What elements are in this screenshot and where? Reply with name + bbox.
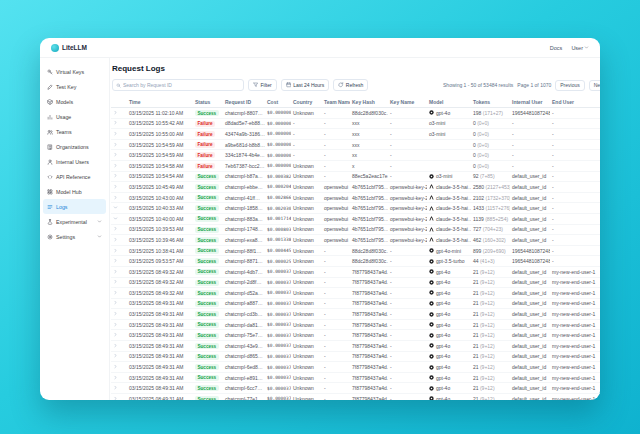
chevron-right-icon[interactable] xyxy=(113,237,118,242)
next-page-button[interactable]: Next xyxy=(589,80,600,91)
status-badge: Success xyxy=(195,205,219,211)
chevron-right-icon[interactable] xyxy=(113,152,118,157)
refresh-button[interactable]: Refresh xyxy=(333,79,368,91)
table-row[interactable]: 03/15/2025 10:39:46 AMSuccesschatcmpl-ex… xyxy=(111,235,600,246)
table-row[interactable]: 03/15/2025 08:49:31 AMSuccesschatcmpl-d8… xyxy=(111,352,600,363)
filter-button[interactable]: Filter xyxy=(248,79,277,91)
chevron-right-icon[interactable] xyxy=(113,396,118,400)
table-row[interactable]: 03/15/2025 09:53:57 AMSuccesschatcmpl-88… xyxy=(111,256,600,267)
table-row[interactable]: 03/15/2025 10:54:59 AMFailurea9be681d-b8… xyxy=(111,140,600,151)
table-row[interactable]: 03/15/2025 10:39:53 AMSuccesschatcmpl-17… xyxy=(111,225,600,236)
chevron-down-icon[interactable] xyxy=(113,205,118,210)
sidebar-item-internal-users[interactable]: Internal Users xyxy=(43,154,106,169)
sidebar-item-api-reference[interactable]: API Reference xyxy=(43,169,106,184)
user-menu-label: User xyxy=(571,45,583,51)
cell-cost: $0.000025 xyxy=(265,259,291,264)
cell-request-id: chatcmpl-77e1… xyxy=(223,396,265,400)
cell-expander xyxy=(111,364,127,370)
table-row[interactable]: 03/15/2025 08:49:31 AMSuccesschatcmpl-da… xyxy=(111,320,600,331)
table-row[interactable]: 03/15/2025 08:49:31 AMSuccesschatcmpl-cd… xyxy=(111,309,600,320)
chevron-right-icon[interactable] xyxy=(113,248,118,253)
table-row[interactable]: 03/15/2025 08:49:31 AMSuccesschatcmpl-6e… xyxy=(111,362,600,373)
previous-page-button[interactable]: Previous xyxy=(555,80,584,91)
sidebar-item-experimental[interactable]: Experimental xyxy=(43,214,106,229)
cell-key-name: - xyxy=(388,311,427,317)
chevron-right-icon[interactable] xyxy=(113,385,118,390)
cell-internal-user: default_user_id xyxy=(510,311,550,317)
chevron-right-icon[interactable] xyxy=(113,353,118,358)
chevron-right-icon[interactable] xyxy=(113,279,118,284)
cell-request-id: chatcmpl-6cc7… xyxy=(223,385,265,391)
cell-key-hash: 88dc28d8f030c… xyxy=(350,110,388,116)
cell-time: 03/15/2025 08:49:31 AM xyxy=(127,385,193,391)
table-row[interactable]: 03/15/2025 10:54:54 AMSuccesschatcmpl-b8… xyxy=(111,172,600,183)
cell-key-name: - xyxy=(388,322,427,328)
chevron-right-icon[interactable] xyxy=(113,311,118,316)
chevron-down-icon[interactable] xyxy=(113,216,118,221)
cell-expander xyxy=(111,248,127,254)
chevron-right-icon[interactable] xyxy=(113,290,118,295)
cell-team-name: - xyxy=(322,152,350,158)
table-row[interactable]: 03/15/2025 08:49:31 AMSuccesschatcmpl-6c… xyxy=(111,383,600,394)
cell-model: gpt-3.5-turbo xyxy=(427,258,471,264)
sidebar-item-label: API Reference xyxy=(56,174,90,180)
cell-internal-user: default_user_id xyxy=(510,205,550,211)
user-menu[interactable]: User xyxy=(571,45,589,51)
table-row[interactable]: 03/15/2025 08:49:32 AMSuccesschatcmpl-4d… xyxy=(111,267,600,278)
table-row[interactable]: 03/15/2025 10:40:33 AMSuccesschatcmpl-18… xyxy=(111,203,600,214)
sidebar-item-model-hub[interactable]: Model Hub xyxy=(43,184,106,199)
chevron-right-icon[interactable] xyxy=(113,364,118,369)
table-row[interactable]: 03/15/2025 08:49:31 AMSuccesschatcmpl-75… xyxy=(111,330,600,341)
cell-end-user: - xyxy=(550,184,600,190)
table-row[interactable]: 03/15/2025 08:49:32 AMSuccesschatcmpl-2d… xyxy=(111,278,600,289)
cell-internal-user: - xyxy=(510,131,550,137)
table-row[interactable]: 03/15/2025 10:38:41 AMSuccesschatcmpl-88… xyxy=(111,246,600,257)
table-row[interactable]: 03/15/2025 08:49:31 AMSuccesschatcmpl-a8… xyxy=(111,299,600,310)
chevron-right-icon[interactable] xyxy=(113,343,118,348)
table-row[interactable]: 03/15/2025 10:43:00 AMSuccesschatcmpl-41… xyxy=(111,193,600,204)
table-row[interactable]: 03/15/2025 08:49:31 AMSuccesschatcmpl-77… xyxy=(111,394,600,400)
search-input[interactable] xyxy=(123,82,240,88)
sidebar-item-usage[interactable]: Usage xyxy=(43,109,106,124)
chevron-right-icon[interactable] xyxy=(113,110,118,115)
sidebar-item-test-key[interactable]: Test Key xyxy=(43,79,106,94)
table-row[interactable]: 03/15/2025 10:54:59 AMFailure334c1874-4b… xyxy=(111,150,600,161)
cell-team-name: - xyxy=(322,290,350,296)
cell-model: o3-mini xyxy=(427,120,471,126)
sidebar-item-teams[interactable]: Teams xyxy=(43,124,106,139)
chevron-right-icon[interactable] xyxy=(113,300,118,305)
sidebar-item-organizations[interactable]: Organizations xyxy=(43,139,106,154)
chevron-right-icon[interactable] xyxy=(113,184,118,189)
table-row[interactable]: 03/15/2025 08:49:31 AMSuccesschatcmpl-e8… xyxy=(111,373,600,384)
chevron-right-icon[interactable] xyxy=(113,131,118,136)
chevron-right-icon[interactable] xyxy=(113,322,118,327)
chevron-right-icon[interactable] xyxy=(113,120,118,125)
sidebar-item-settings[interactable]: Settings xyxy=(43,229,106,244)
table-row[interactable]: 03/15/2025 08:49:32 AMSuccesschatcmpl-d5… xyxy=(111,288,600,299)
table-row[interactable]: 03/15/2025 10:40:00 AMSuccesschatcmpl-88… xyxy=(111,214,600,225)
chevron-right-icon[interactable] xyxy=(113,142,118,147)
chevron-right-icon[interactable] xyxy=(113,332,118,337)
chevron-right-icon[interactable] xyxy=(113,163,118,168)
chevron-right-icon[interactable] xyxy=(113,375,118,380)
sidebar-item-virtual-keys[interactable]: Virtual Keys xyxy=(43,64,106,79)
table-row[interactable]: 03/15/2025 10:54:58 AMFailure7eb67387-bc… xyxy=(111,161,600,172)
docs-link[interactable]: Docs xyxy=(550,45,563,51)
chevron-right-icon[interactable] xyxy=(113,195,118,200)
sidebar-item-logs[interactable]: Logs xyxy=(43,199,106,214)
table-row[interactable]: 03/15/2025 10:45:49 AMSuccesschatcmpl-eb… xyxy=(111,182,600,193)
sidebar-item-models[interactable]: Models xyxy=(43,94,106,109)
status-badge: Success xyxy=(195,290,219,296)
cell-end-user: my-new-end-user-1 xyxy=(550,332,600,338)
anthropic-icon xyxy=(429,184,434,189)
chevron-right-icon[interactable] xyxy=(113,173,118,178)
chevron-right-icon[interactable] xyxy=(113,226,118,231)
time-range-button[interactable]: Last 24 Hours xyxy=(281,79,330,91)
toolbar: Filter Last 24 Hours Refresh Showing 1 -… xyxy=(112,79,600,91)
table-row[interactable]: 03/15/2025 10:55:42 AMFailured8dad5e7-eb… xyxy=(111,119,600,130)
chevron-right-icon[interactable] xyxy=(113,258,118,263)
table-row[interactable]: 03/15/2025 10:55:00 AMFailure43474a9b-31… xyxy=(111,129,600,140)
table-row[interactable]: 03/15/2025 11:02:10 AMSuccesschatcmpl-88… xyxy=(111,108,600,119)
chevron-right-icon[interactable] xyxy=(113,269,118,274)
table-row[interactable]: 03/15/2025 08:49:31 AMSuccesschatcmpl-43… xyxy=(111,341,600,352)
